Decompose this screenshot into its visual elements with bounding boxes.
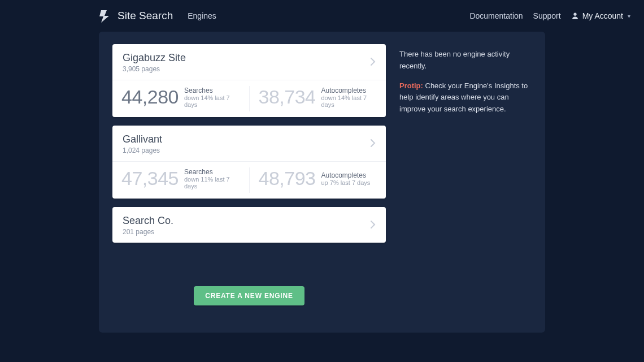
engine-name: Gigabuzz Site xyxy=(123,52,370,64)
engine-header[interactable]: Gallivant 1,024 pages xyxy=(112,126,386,161)
create-engine-button[interactable]: CREATE A NEW ENGINE xyxy=(194,286,304,305)
engine-pages: 3,905 pages xyxy=(123,65,370,73)
nav-engines[interactable]: Engines xyxy=(188,11,216,20)
chevron-right-icon xyxy=(370,220,376,231)
activity-text: There has been no engine activity recent… xyxy=(399,49,532,72)
stat-label: Autocompletes xyxy=(321,87,380,94)
side-info: There has been no engine activity recent… xyxy=(399,44,532,305)
app-logo-icon xyxy=(97,8,112,23)
stat-searches: 44,280 Searches down 14% last 7 days xyxy=(112,83,249,115)
link-documentation[interactable]: Documentation xyxy=(469,11,523,20)
stat-searches: 47,345 Searches down 11% last 7 days xyxy=(112,164,249,196)
stat-delta: down 11% last 7 days xyxy=(184,176,242,189)
stat-label: Searches xyxy=(184,87,242,94)
engine-pages: 201 pages xyxy=(123,228,370,236)
main-panel: Gigabuzz Site 3,905 pages 44,280 Searche… xyxy=(99,32,545,333)
engine-stats: 44,280 Searches down 14% last 7 days 38,… xyxy=(112,80,386,117)
engine-header[interactable]: Search Co. 201 pages xyxy=(112,207,386,243)
engine-name: Gallivant xyxy=(123,133,370,145)
stat-value: 48,793 xyxy=(259,167,316,189)
right-nav: Documentation Support My Account ▾ xyxy=(469,11,630,20)
stat-label: Searches xyxy=(184,168,242,176)
stat-value: 44,280 xyxy=(121,86,179,108)
stat-autocompletes: 48,793 Autocompletes up 7% last 7 days xyxy=(250,164,386,196)
chevron-down-icon: ▾ xyxy=(628,13,630,19)
svg-point-0 xyxy=(573,13,576,16)
account-menu[interactable]: My Account ▾ xyxy=(571,11,630,20)
engine-card: Gigabuzz Site 3,905 pages 44,280 Searche… xyxy=(112,44,386,117)
chevron-right-icon xyxy=(370,57,376,68)
link-support[interactable]: Support xyxy=(533,11,561,20)
stat-delta: down 14% last 7 days xyxy=(321,94,380,108)
protip-label: Protip: xyxy=(399,81,423,90)
protip-text: Protip: Check your Engine's Insights to … xyxy=(399,80,532,115)
stat-delta: down 14% last 7 days xyxy=(184,94,242,108)
app-title: Site Search xyxy=(118,10,173,22)
stat-value: 38,734 xyxy=(259,86,316,108)
engine-stats: 47,345 Searches down 11% last 7 days 48,… xyxy=(112,161,386,199)
account-label: My Account xyxy=(582,11,623,20)
engine-card: Gallivant 1,024 pages 47,345 Searches do… xyxy=(112,126,386,199)
stat-autocompletes: 38,734 Autocompletes down 14% last 7 day… xyxy=(250,83,386,115)
stat-label: Autocompletes xyxy=(321,171,371,179)
chevron-right-icon xyxy=(370,139,376,150)
cta-wrap: CREATE A NEW ENGINE xyxy=(112,286,386,305)
topbar: Site Search Engines Documentation Suppor… xyxy=(0,0,644,32)
engines-list: Gigabuzz Site 3,905 pages 44,280 Searche… xyxy=(112,44,386,305)
stat-value: 47,345 xyxy=(121,167,179,189)
engine-pages: 1,024 pages xyxy=(123,146,370,154)
engine-name: Search Co. xyxy=(123,215,370,227)
engine-header[interactable]: Gigabuzz Site 3,905 pages xyxy=(112,44,386,80)
stat-delta: up 7% last 7 days xyxy=(321,179,371,186)
engine-card: Search Co. 201 pages xyxy=(112,207,386,243)
user-icon xyxy=(571,12,579,20)
